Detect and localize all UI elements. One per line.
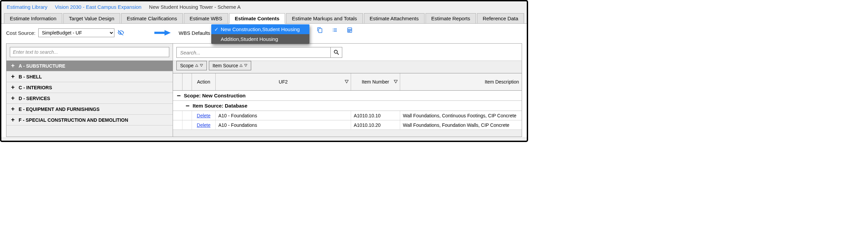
tree-item-label: A - SUBSTRUCTURE [19, 63, 65, 69]
tab-estimate-reports[interactable]: Estimate Reports [426, 13, 476, 24]
expand-icon[interactable]: + [10, 106, 16, 113]
tab-reference-data[interactable]: Reference Data [477, 13, 524, 24]
column-spacer [182, 73, 192, 90]
svg-marker-6 [394, 80, 397, 83]
toolbar-icons [316, 26, 353, 34]
calculator-icon[interactable] [346, 26, 353, 34]
copy-icon[interactable] [316, 26, 324, 34]
tree-item-label: D - SERVICES [19, 96, 50, 101]
cell-item-description: Wall Foundations, Foundation Walls, CIP … [400, 120, 522, 130]
breadcrumb: Estimating Library Vision 2030 - East Ca… [1, 1, 527, 13]
wbs-defaults-label: WBS Defaults [179, 30, 210, 36]
svg-marker-3 [240, 64, 242, 67]
group-row-scope[interactable]: − Scope: New Construction [173, 91, 522, 101]
wbs-tree-panel: Enter text to search... + A - SUBSTRUCTU… [6, 43, 173, 137]
tree-item-label: B - SHELL [19, 74, 42, 79]
collapse-icon[interactable]: − [176, 93, 182, 98]
cell-uf2: A10 - Foundations [216, 111, 351, 120]
filter-icon [244, 64, 247, 67]
expand-icon[interactable]: + [10, 95, 16, 102]
cell-spacer [182, 120, 192, 130]
search-icon[interactable] [330, 47, 342, 57]
tree-item-d-services[interactable]: + D - SERVICES [6, 93, 173, 104]
cell-action: Delete [192, 120, 216, 130]
expand-icon[interactable]: + [10, 84, 16, 91]
cost-source-label: Cost Source: [6, 30, 36, 36]
grid-search [176, 47, 342, 58]
cell-item-number: A1010.10.10 [351, 111, 400, 120]
cell-spacer [182, 111, 192, 120]
group-row-label: Item Source: Database [193, 103, 247, 109]
dropdown-option-addition[interactable]: Addition,Student Housing [211, 34, 309, 44]
tree-item-b-shell[interactable]: + B - SHELL [6, 71, 173, 82]
sort-asc-icon [239, 64, 243, 67]
cell-spacer [173, 111, 182, 120]
svg-marker-4 [244, 64, 247, 67]
cell-spacer [173, 120, 182, 130]
group-item-source-label: Item Source [213, 63, 238, 68]
group-scope-label: Scope [180, 63, 194, 68]
tab-estimate-information[interactable]: Estimate Information [4, 13, 62, 24]
tab-estimate-contents[interactable]: Estimate Contents [229, 13, 285, 24]
svg-marker-5 [345, 80, 348, 83]
group-item-source-button[interactable]: Item Source [209, 61, 251, 70]
svg-marker-2 [200, 64, 203, 67]
column-item-number[interactable]: Item Number [351, 73, 400, 90]
expand-icon[interactable]: + [10, 73, 16, 80]
collapse-icon[interactable]: − [185, 103, 191, 108]
expand-icon[interactable]: + [10, 62, 16, 69]
items-grid-panel: Scope Item Source Action UF2 [173, 43, 522, 137]
group-row-item-source[interactable]: − Item Source: Database [173, 101, 522, 111]
breadcrumb-project-link[interactable]: Vision 2030 - East Campus Expansion [55, 4, 142, 10]
filter-icon[interactable] [394, 80, 398, 84]
svg-marker-1 [195, 64, 198, 67]
tab-estimate-attachments[interactable]: Estimate Attachments [364, 13, 425, 24]
column-uf2-label: UF2 [279, 79, 287, 85]
arrow-indicator-icon [154, 28, 175, 37]
tree-item-a-substructure[interactable]: + A - SUBSTRUCTURE [6, 61, 173, 71]
filter-icon[interactable] [345, 80, 349, 84]
column-uf2[interactable]: UF2 [216, 73, 351, 90]
column-spacer [173, 73, 182, 90]
wbs-defaults-dropdown[interactable]: New Construction,Student Housing Additio… [211, 24, 309, 44]
column-item-number-label: Item Number [362, 79, 389, 85]
group-row-label: Scope: New Construction [184, 93, 246, 98]
delete-link[interactable]: Delete [197, 122, 210, 128]
cell-item-number: A1010.10.20 [351, 120, 400, 130]
svg-marker-0 [154, 30, 171, 36]
visibility-off-icon[interactable] [117, 29, 125, 37]
grid-search-input[interactable] [177, 48, 330, 57]
tree-item-f-special[interactable]: + F - SPECIAL CONSTRUCTION AND DEMOLITIO… [6, 115, 173, 125]
workspace: Cost Source: SimpleBudget - UF WBS Defau… [1, 23, 527, 137]
cell-action: Delete [192, 111, 216, 120]
delete-link[interactable]: Delete [197, 113, 210, 118]
tab-estimate-markups[interactable]: Estimate Markups and Totals [286, 13, 363, 24]
group-filter-bar: Scope Item Source [173, 61, 522, 73]
tab-target-value-design[interactable]: Target Value Design [63, 13, 120, 24]
group-scope-button[interactable]: Scope [176, 61, 207, 70]
sort-asc-icon [195, 64, 198, 67]
tree-item-label: F - SPECIAL CONSTRUCTION AND DEMOLITION [19, 117, 128, 123]
table-row: Delete A10 - Foundations A1010.10.10 Wal… [173, 111, 522, 120]
column-action[interactable]: Action [192, 73, 216, 90]
column-item-description[interactable]: Item Description [400, 73, 522, 90]
cell-item-description: Wall Foundations, Continuous Footings, C… [400, 111, 522, 120]
tree-search-input[interactable]: Enter text to search... [10, 47, 169, 57]
dropdown-option-new-construction[interactable]: New Construction,Student Housing [211, 24, 309, 34]
breadcrumb-current: New Student Housing Tower - Scheme A [149, 4, 241, 10]
tab-bar: Estimate Information Target Value Design… [1, 13, 527, 24]
breadcrumb-library-link[interactable]: Estimating Library [7, 4, 47, 10]
tree-item-e-equipment[interactable]: + E - EQUIPMENT AND FURNISHINGS [6, 104, 173, 115]
app-frame: Estimating Library Vision 2030 - East Ca… [0, 0, 528, 142]
tree-item-label: C - INTERIORS [19, 85, 52, 90]
tab-estimate-wbs[interactable]: Estimate WBS [184, 13, 228, 24]
list-icon[interactable] [331, 26, 339, 34]
tree-item-label: E - EQUIPMENT AND FURNISHINGS [19, 107, 100, 112]
table-row: Delete A10 - Foundations A1010.10.20 Wal… [173, 120, 522, 130]
tree-item-c-interiors[interactable]: + C - INTERIORS [6, 82, 173, 93]
cost-source-select[interactable]: SimpleBudget - UF [38, 28, 114, 37]
tab-estimate-clarifications[interactable]: Estimate Clarifications [121, 13, 183, 24]
expand-icon[interactable]: + [10, 116, 16, 123]
cell-uf2: A10 - Foundations [216, 120, 351, 130]
filter-icon [200, 64, 203, 67]
